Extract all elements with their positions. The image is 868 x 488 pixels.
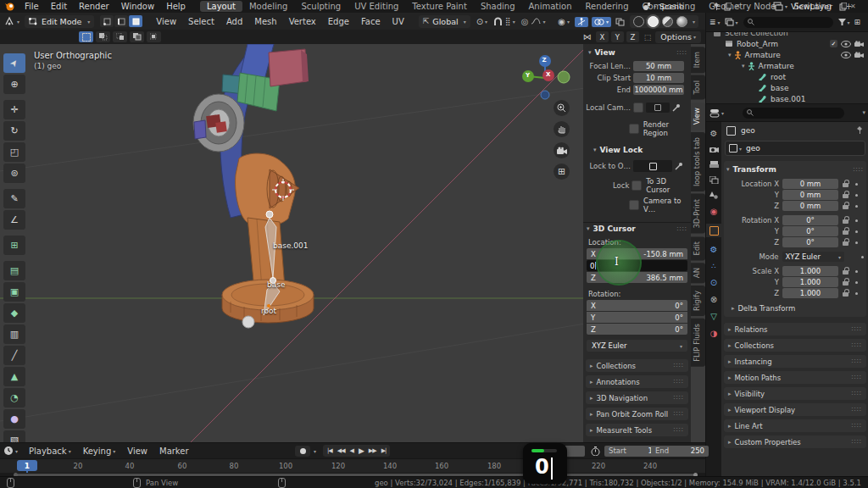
shading-solid-button[interactable]: [648, 16, 659, 27]
properties-filter-dropdown[interactable]: ▾: [862, 109, 865, 116]
prop-fold-collections[interactable]: ▸Collections∷∷: [724, 339, 866, 352]
animate-dot[interactable]: [855, 281, 858, 284]
new-scene-icon[interactable]: [724, 3, 732, 11]
shading-rendered-button[interactable]: [676, 16, 687, 27]
workspace-tab-rendering[interactable]: Rendering: [578, 1, 635, 12]
outliner-row-root[interactable]: root: [706, 71, 868, 82]
n-fold-pan-orbit-zoom-roll[interactable]: ▸Pan Orbit Zoom Roll∷∷: [586, 408, 688, 420]
viewport-menu-uv[interactable]: UV: [387, 17, 410, 26]
properties-search-input[interactable]: [743, 108, 844, 119]
n-fold-3d-navigation[interactable]: ▸3D Navigation∷∷: [586, 391, 688, 404]
hide-eye-icon[interactable]: [841, 41, 851, 47]
pin-icon[interactable]: [713, 3, 721, 11]
workspace-tab-texture-paint[interactable]: Texture Paint: [405, 1, 474, 12]
prop-fold-visibility[interactable]: ▸Visibility∷∷: [724, 387, 866, 400]
outliner-row-armature-data[interactable]: ▾ Armature: [706, 60, 868, 71]
timeline-menu-playback[interactable]: Playback▾: [23, 446, 77, 456]
gizmos-toggle[interactable]: [575, 17, 588, 27]
outliner-row-robot-arm[interactable]: Robot_Arm ✓: [706, 38, 868, 49]
menu-help[interactable]: Help: [160, 2, 192, 11]
prop-fold-relations[interactable]: ▸Relations∷∷: [724, 323, 866, 336]
tool-move[interactable]: ✛: [3, 100, 25, 119]
n-tab-edit[interactable]: Edit: [691, 236, 705, 260]
mirror-z-button[interactable]: Z: [626, 31, 639, 42]
pin-icon[interactable]: [856, 126, 864, 135]
workspace-tab-layout[interactable]: Layout: [200, 1, 242, 12]
frame-end-field[interactable]: End250: [651, 446, 709, 457]
rotation-x-field[interactable]: 0°: [782, 215, 838, 225]
snap-toggle[interactable]: [493, 17, 503, 26]
timeline-menu-marker[interactable]: Marker: [153, 446, 195, 456]
n-fold-annotations[interactable]: ▸Annotations∷∷: [586, 375, 688, 388]
cursor-rotation-z-field[interactable]: Z0°: [587, 324, 687, 335]
mirror-icon[interactable]: ⋈: [583, 32, 592, 42]
navigation-gizmo[interactable]: Z Y X: [519, 51, 571, 102]
tool-cursor[interactable]: ⊕: [3, 75, 25, 94]
auto-key-button[interactable]: [295, 446, 310, 457]
play-reverse-button[interactable]: ◀: [348, 447, 356, 454]
mirror-x-button[interactable]: X: [596, 31, 609, 42]
local-camera-checkbox[interactable]: [633, 103, 643, 113]
next-keyframe-button[interactable]: ▶▶: [366, 447, 379, 454]
new-collection-button[interactable]: ⊞: [854, 18, 861, 26]
viewport-menu-view[interactable]: View: [150, 17, 182, 26]
select-mode-intersect-button[interactable]: [147, 31, 161, 42]
viewport-menu-add[interactable]: Add: [220, 17, 248, 26]
timeline-menu-keying[interactable]: Keying▾: [77, 446, 122, 456]
animate-dot[interactable]: [855, 205, 858, 208]
prop-fold-instancing[interactable]: ▸Instancing∷∷: [724, 355, 866, 368]
viewport-3d[interactable]: User Orthographic (1) geo base.001 base …: [0, 44, 705, 442]
menu-render[interactable]: Render: [73, 2, 115, 11]
select-mode-invert-button[interactable]: [130, 31, 144, 42]
tab-particles[interactable]: ∴: [711, 262, 716, 270]
mode-dropdown[interactable]: Edit Mode ▾: [25, 15, 94, 28]
outliner-display-mode-dropdown[interactable]: ≣▾: [709, 18, 721, 26]
tool-scale[interactable]: ◰: [3, 142, 25, 162]
tool-extrude-region[interactable]: ▤: [3, 261, 25, 280]
select-mode-subtract-button[interactable]: [113, 31, 127, 42]
tool-rotate[interactable]: ↻: [3, 121, 25, 141]
jump-to-end-button[interactable]: ▶|: [379, 447, 389, 454]
disable-render-camera-icon[interactable]: [854, 52, 864, 58]
rotation-y-field[interactable]: 0°: [782, 226, 838, 236]
tool-annotate[interactable]: ✎: [3, 189, 25, 208]
timeline-ruler[interactable]: 20 40 60 80 100 120 140 160 180 200 220 …: [0, 458, 705, 474]
tool-measure[interactable]: ∠: [3, 210, 25, 230]
tool-knife[interactable]: ╱: [3, 346, 25, 365]
tab-modifiers[interactable]: ⚙: [710, 245, 718, 254]
camera-view-button[interactable]: [554, 142, 570, 158]
tab-constraints[interactable]: ⊗: [710, 295, 717, 304]
n-subsection-view-lock[interactable]: ▾View Lock: [593, 146, 691, 154]
location-y-field[interactable]: 0 mm: [782, 190, 838, 200]
shading-material-button[interactable]: [662, 16, 673, 27]
show-gizmo-dropdown[interactable]: ◉▾: [558, 17, 570, 26]
jump-to-start-button[interactable]: |◀: [325, 447, 335, 454]
frame-start-field[interactable]: Start1: [604, 446, 657, 457]
disable-render-camera-icon[interactable]: [854, 41, 864, 47]
tab-tool[interactable]: ⚙: [710, 129, 718, 138]
n-tab-rigify[interactable]: Rigify: [691, 286, 705, 316]
scale-y-field[interactable]: 1.000: [782, 277, 838, 287]
n-fold-collections[interactable]: ▸Collections∷∷: [586, 359, 688, 372]
outliner-row-scene-collection[interactable]: Scene Collection: [706, 32, 868, 38]
select-mode-new-button[interactable]: [79, 31, 93, 42]
tool-poly-build[interactable]: ▲: [3, 367, 25, 386]
tool-transform[interactable]: ⊚: [3, 164, 25, 183]
outliner-row-armature-object[interactable]: ▾ Armature: [706, 49, 868, 60]
workspace-tab-uv-editing[interactable]: UV Editing: [348, 1, 405, 12]
location-z-field[interactable]: 0 mm: [782, 201, 838, 211]
prop-fold-custom-properties[interactable]: ▸Custom Properties∷∷: [724, 435, 866, 448]
viewlayer-selector[interactable]: ▾ ViewLayer ✕: [773, 1, 856, 12]
lock-to-3d-cursor-checkbox[interactable]: [632, 180, 642, 191]
lock-icon[interactable]: [842, 237, 850, 247]
tab-render[interactable]: [709, 146, 719, 153]
animate-dot[interactable]: [855, 194, 858, 197]
n-tab-loop-tools[interactable]: loop tools tab: [691, 132, 705, 191]
rotation-z-field[interactable]: 0°: [782, 237, 838, 247]
transform-panel-header[interactable]: ▾Transform∷∷: [726, 164, 864, 175]
workspace-tab-animation[interactable]: Animation: [522, 1, 579, 12]
zoom-button[interactable]: [554, 100, 570, 116]
cursor-rotation-y-field[interactable]: Y0°: [587, 312, 687, 323]
scale-x-field[interactable]: 1.000: [782, 266, 838, 276]
remove-viewlayer-icon[interactable]: ✕: [850, 3, 856, 10]
